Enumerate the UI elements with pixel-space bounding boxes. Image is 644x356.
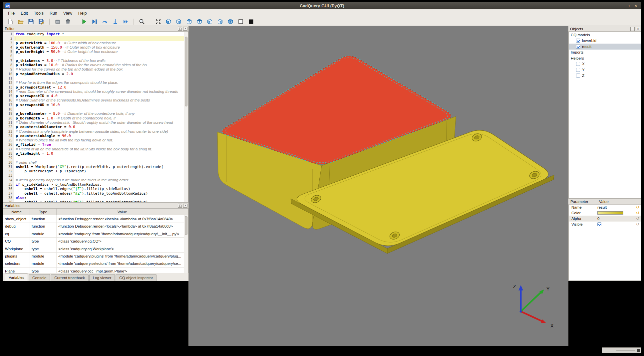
- column-header-name[interactable]: Name: [3, 209, 30, 215]
- step-into-button[interactable]: [111, 18, 119, 25]
- tab-console[interactable]: Console: [29, 274, 50, 281]
- code-line-3[interactable]: p_outerWidth = 100.0··# Outer width of b…: [16, 41, 184, 45]
- close-pane-icon[interactable]: [636, 27, 640, 31]
- code-line-5[interactable]: p_outerHeight = 50.0··# Outer height of …: [16, 50, 184, 54]
- code-line-14[interactable]: # nner Diameter of the screwpost holes, …: [16, 89, 184, 94]
- checkbox[interactable]: [576, 74, 580, 78]
- code-line-33[interactable]: [16, 173, 184, 178]
- taskbar-fragment[interactable]: [602, 347, 641, 353]
- code-line-38[interactable]: else:: [16, 196, 184, 200]
- code-line-16[interactable]: # Outer Diameter of the screwposts.\nDet…: [16, 98, 184, 102]
- table-row[interactable]: Planetype<class 'cadquery.occ_impl.geom.…: [3, 267, 188, 273]
- code-line-35[interactable]: if p_sideRadius > p_topAndBottomRadius:: [16, 182, 184, 187]
- table-row[interactable]: debugfunction<function Debugger.render.<…: [3, 223, 188, 230]
- code-line-2[interactable]: [14, 36, 184, 41]
- table-row[interactable]: cqmodule<module 'cadquery' from '/home/a…: [3, 230, 188, 238]
- menu-edit[interactable]: Edit: [18, 10, 31, 17]
- code-line-26[interactable]: p_flipLid = True: [16, 142, 184, 147]
- param-value[interactable]: [597, 211, 635, 215]
- debug-button[interactable]: [91, 18, 99, 25]
- code-line-4[interactable]: p_outerLength = 150.0··# Outer length of…: [16, 45, 184, 50]
- close-button[interactable]: ×: [634, 4, 637, 8]
- param-row-visible[interactable]: Visible↺: [569, 222, 641, 227]
- float-pane-icon[interactable]: [178, 27, 182, 31]
- view-back-button[interactable]: [175, 18, 183, 25]
- reset-icon[interactable]: ↺: [635, 211, 641, 215]
- code-line-30[interactable]: # outer shell: [16, 160, 184, 165]
- code-line-7[interactable]: p_thickness = 3.0··# Thickness of the bo…: [16, 59, 184, 63]
- new-file-button[interactable]: [6, 18, 14, 25]
- close-pane-icon[interactable]: [183, 204, 187, 208]
- checkbox[interactable]: [576, 68, 580, 72]
- table-row[interactable]: show_objectfunction<function Debugger.re…: [3, 215, 188, 223]
- trash-button[interactable]: [64, 18, 72, 25]
- code-line-23[interactable]: # Countersink angle (complete angle betw…: [16, 129, 184, 134]
- code-line-6[interactable]: [16, 54, 184, 58]
- code-line-28[interactable]: p_lipHeight = 1.0: [16, 151, 184, 156]
- code-line-20[interactable]: p_boreDepth = 1.0··# Depth of the counte…: [16, 116, 184, 120]
- tree-item-imports[interactable]: Imports: [569, 50, 641, 56]
- color-swatch[interactable]: [597, 211, 623, 215]
- reset-icon[interactable]: ↺: [635, 216, 641, 221]
- tree-item-helpers[interactable]: Helpers: [569, 55, 641, 61]
- tree-item-y[interactable]: Y: [569, 67, 641, 73]
- tab-cq-object-inspector[interactable]: CQ object inspector: [116, 274, 157, 281]
- checkbox[interactable]: [576, 39, 580, 43]
- code-line-11[interactable]: [16, 76, 184, 81]
- code-line-31[interactable]: oshell = Workplane("XY").rect(p_outerWid…: [16, 165, 184, 169]
- tab-log-viewer[interactable]: Log viewer: [89, 274, 115, 281]
- maximize-button[interactable]: +: [628, 4, 631, 8]
- menu-help[interactable]: Help: [75, 10, 90, 17]
- param-row-name[interactable]: Nameresult↺: [569, 205, 641, 210]
- 3d-viewport[interactable]: Z Y X: [188, 26, 568, 346]
- table-row[interactable]: Workplanetype<class 'cadquery.cq.Workpla…: [3, 245, 188, 253]
- column-header-type[interactable]: Type: [30, 209, 57, 215]
- menu-tools[interactable]: Tools: [31, 10, 47, 17]
- editor-pane-header[interactable]: Editor: [3, 26, 188, 32]
- tree-item-cq-models[interactable]: CQ models: [569, 32, 641, 38]
- view-right-button[interactable]: [216, 18, 224, 25]
- step-over-button[interactable]: [101, 18, 109, 25]
- reset-icon[interactable]: ↺: [635, 205, 641, 210]
- menu-run[interactable]: Run: [47, 10, 60, 17]
- tree-item-lowerlid[interactable]: lowerLid: [569, 38, 641, 44]
- tab-variables[interactable]: Variables: [5, 273, 28, 281]
- continue-button[interactable]: [122, 18, 130, 25]
- save-button[interactable]: [27, 18, 35, 25]
- table-row[interactable]: pluginsmodule<module 'cadquery.plugins' …: [3, 253, 188, 260]
- code-line-36[interactable]: oshell = oshell.edges("|Z").fillet(p_sid…: [16, 187, 184, 191]
- code-line-18[interactable]: [16, 107, 184, 111]
- tree-item-z[interactable]: Z: [569, 73, 641, 79]
- minimize-button[interactable]: –: [622, 4, 624, 8]
- editor-code[interactable]: from cadquery import *p_outerWidth = 100…: [14, 32, 184, 202]
- open-file-button[interactable]: [17, 18, 25, 25]
- table-row[interactable]: selectorsmodule<module 'cadquery.selecto…: [3, 260, 188, 267]
- code-line-32[interactable]: p_outerHeight + p_lipHeight): [16, 169, 184, 173]
- code-line-13[interactable]: p_screwpostInset = 12.0: [16, 85, 184, 89]
- checkbox[interactable]: [576, 45, 580, 49]
- code-line-37[interactable]: oshell = oshell.edges("#Z").fillet(p_top…: [16, 191, 184, 196]
- code-line-39[interactable]: oshell = oshell.edges("#Z").fillet(p_top…: [16, 200, 184, 202]
- objects-pane-header[interactable]: Objects: [568, 26, 641, 32]
- code-line-10[interactable]: p_topAndBottomRadius = 2.0: [16, 72, 184, 76]
- view-bottom-button[interactable]: [195, 18, 203, 25]
- code-line-29[interactable]: [16, 156, 184, 160]
- code-line-12[interactable]: # How far in from the edges the screwpos…: [16, 81, 184, 85]
- scrollbar-thumb[interactable]: [185, 216, 187, 235]
- code-editor[interactable]: 1234567891011121314151617181920212223242…: [3, 32, 188, 203]
- param-column-value[interactable]: Value: [597, 199, 641, 204]
- code-line-21[interactable]: # Outer diameter of countersink. Should …: [16, 120, 184, 125]
- param-row-alpha[interactable]: Alpha0↺: [569, 216, 641, 222]
- menu-view[interactable]: View: [60, 10, 75, 17]
- clear-button[interactable]: [54, 18, 62, 25]
- param-column-parameter[interactable]: Parameter: [568, 199, 597, 204]
- tab-current-traceback[interactable]: Current traceback: [51, 274, 88, 281]
- run-button[interactable]: [80, 18, 88, 25]
- editor-scrollbar[interactable]: [184, 32, 188, 202]
- variables-scrollbar[interactable]: [184, 215, 188, 273]
- titlebar[interactable]: cq CadQuery GUI (PyQT) – + ×: [3, 2, 641, 9]
- fit-view-button[interactable]: [154, 18, 162, 25]
- tree-item-result[interactable]: result: [569, 44, 641, 50]
- close-pane-icon[interactable]: [183, 27, 187, 31]
- param-value[interactable]: 0: [597, 217, 635, 221]
